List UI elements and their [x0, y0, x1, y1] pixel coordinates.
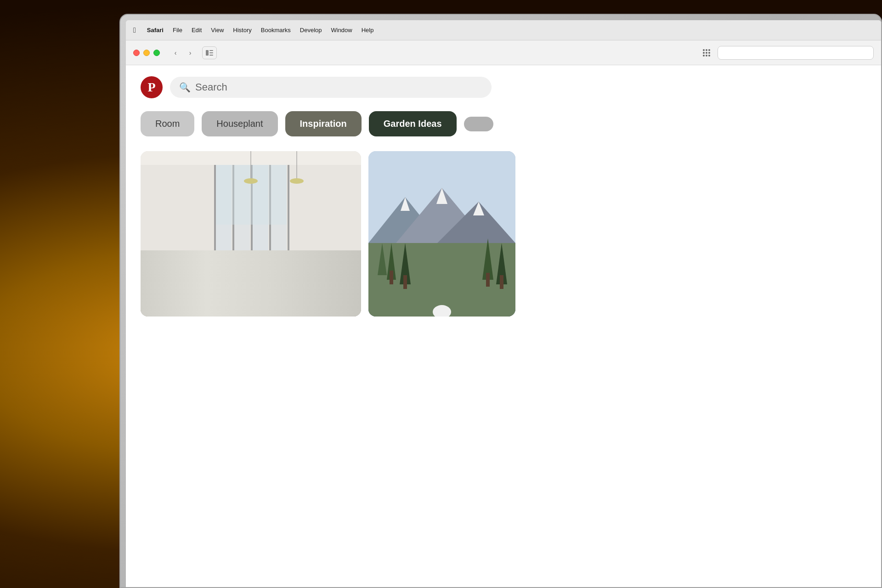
svg-point-28 — [304, 288, 327, 295]
svg-point-26 — [271, 285, 294, 293]
category-room[interactable]: Room — [141, 111, 194, 136]
minimize-button[interactable] — [143, 50, 150, 56]
menu-help[interactable]: Help — [362, 27, 374, 34]
laptop-bezel:  Safari File Edit View History Bookmark… — [119, 14, 882, 588]
pinterest-page: P 🔍 Search Room Houseplant — [126, 65, 881, 328]
svg-rect-3 — [209, 55, 213, 56]
svg-rect-27 — [276, 266, 290, 291]
svg-rect-13 — [141, 252, 361, 317]
category-inspiration[interactable]: Inspiration — [285, 111, 362, 136]
nav-buttons: ‹ › — [169, 46, 197, 59]
browser-toolbar: ‹ › — [126, 40, 881, 65]
image-card-outdoor[interactable] — [368, 151, 515, 317]
browser-window: ‹ › — [126, 40, 881, 587]
sidebar-toggle-button[interactable] — [202, 46, 217, 59]
svg-point-11 — [706, 55, 707, 57]
svg-rect-48 — [403, 275, 407, 289]
macos-menubar:  Safari File Edit View History Bookmark… — [126, 20, 881, 40]
category-pills: Room Houseplant Inspiration Garden Ideas — [141, 111, 866, 136]
menu-bookmarks[interactable]: Bookmarks — [261, 27, 291, 34]
search-icon: 🔍 — [179, 82, 191, 93]
traffic-lights — [133, 50, 160, 56]
svg-rect-29 — [308, 268, 322, 294]
laptop-screen:  Safari File Edit View History Bookmark… — [126, 20, 881, 587]
maximize-button[interactable] — [153, 50, 160, 56]
svg-rect-1 — [209, 50, 213, 51]
svg-point-4 — [703, 49, 705, 51]
menu-edit[interactable]: Edit — [192, 27, 202, 34]
menu-window[interactable]: Window — [331, 27, 352, 34]
search-bar[interactable]: 🔍 Search — [170, 77, 492, 98]
close-button[interactable] — [133, 50, 140, 56]
svg-point-5 — [706, 49, 707, 51]
image-grid — [141, 151, 866, 317]
sidebar-icon — [206, 50, 213, 56]
image-card-interior[interactable] — [141, 151, 361, 317]
svg-rect-20 — [288, 165, 289, 252]
svg-rect-25 — [216, 165, 287, 225]
url-bar-area — [222, 46, 874, 60]
apps-grid-icon — [702, 49, 711, 57]
svg-rect-49 — [486, 273, 490, 287]
forward-button[interactable]: › — [184, 46, 197, 59]
url-bar[interactable] — [718, 46, 874, 60]
svg-point-8 — [706, 52, 707, 54]
svg-rect-2 — [209, 52, 213, 53]
menu-develop[interactable]: Develop — [300, 27, 322, 34]
interior-svg — [141, 151, 361, 317]
menu-history[interactable]: History — [233, 27, 251, 34]
pinterest-logo-letter: P — [147, 80, 155, 95]
svg-point-33 — [290, 178, 304, 184]
svg-point-10 — [703, 55, 705, 57]
pinterest-logo[interactable]: P — [141, 76, 163, 98]
svg-point-9 — [708, 52, 710, 54]
search-placeholder-text: Search — [195, 81, 227, 93]
apple-logo-icon:  — [133, 26, 136, 34]
svg-rect-47 — [390, 271, 393, 284]
svg-point-31 — [244, 178, 258, 184]
svg-rect-0 — [206, 50, 209, 56]
svg-point-12 — [708, 55, 710, 57]
svg-point-7 — [703, 52, 705, 54]
pinterest-header: P 🔍 Search — [141, 76, 866, 98]
category-houseplant[interactable]: Houseplant — [202, 111, 277, 136]
svg-rect-16 — [214, 165, 216, 252]
svg-point-6 — [708, 49, 710, 51]
menu-safari[interactable]: Safari — [147, 27, 164, 34]
category-more[interactable] — [464, 117, 493, 131]
outdoor-svg — [368, 151, 515, 317]
outdoor-image — [368, 151, 515, 317]
back-button[interactable]: ‹ — [169, 46, 182, 59]
menu-view[interactable]: View — [211, 27, 224, 34]
svg-rect-50 — [500, 275, 503, 289]
grid-icon[interactable] — [699, 46, 714, 59]
interior-image — [141, 151, 361, 317]
menu-file[interactable]: File — [173, 27, 182, 34]
category-garden-ideas[interactable]: Garden Ideas — [369, 111, 457, 136]
